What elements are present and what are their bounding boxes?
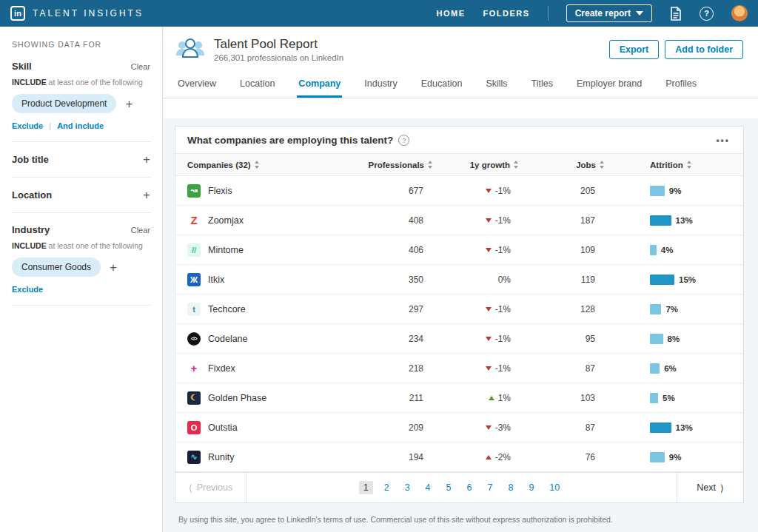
skill-add-button[interactable]: +: [125, 98, 133, 110]
company-name[interactable]: Fixdex: [208, 363, 235, 374]
table-row[interactable]: tTechcore297-1%1287%: [175, 294, 743, 324]
legal-text: By using this site, you agree to LinkedI…: [178, 515, 758, 524]
arrow-up-icon: [486, 455, 492, 459]
industry-clear-link[interactable]: Clear: [131, 226, 150, 235]
company-cell: ЖItkix: [175, 273, 351, 286]
company-name[interactable]: Mintome: [208, 245, 244, 255]
sidebar-divider: [12, 177, 150, 178]
export-button[interactable]: Export: [609, 40, 660, 59]
company-name[interactable]: Golden Phase: [208, 393, 266, 403]
tab-profiles[interactable]: Profiles: [664, 74, 698, 98]
table-row[interactable]: ЖItkix3500%11915%: [175, 265, 743, 294]
table-row[interactable]: </>Codelane234-1%958%: [175, 324, 743, 354]
page-2[interactable]: 2: [380, 481, 394, 494]
page-6[interactable]: 6: [463, 481, 477, 494]
industry-exclude-link[interactable]: Exclude: [12, 285, 43, 294]
skill-clear-link[interactable]: Clear: [131, 62, 150, 71]
attrition-value: 4%: [661, 246, 674, 255]
page-5[interactable]: 5: [442, 481, 456, 494]
skill-and-include-link[interactable]: And include: [57, 121, 104, 130]
company-name[interactable]: Flexis: [208, 186, 232, 196]
help-icon[interactable]: ?: [700, 7, 714, 21]
page-10[interactable]: 10: [545, 481, 564, 494]
attrition-cell: 13%: [610, 215, 743, 226]
linkedin-logo-icon[interactable]: in: [10, 6, 25, 21]
tab-skills[interactable]: Skills: [484, 74, 509, 98]
column-header-companies[interactable]: Companies (32): [175, 161, 351, 169]
sort-icon: [428, 161, 432, 169]
skill-exclude-link[interactable]: Exclude: [12, 121, 43, 130]
company-name[interactable]: Codelane: [208, 334, 248, 344]
attrition-value: 13%: [676, 423, 693, 432]
jobs-value: 87: [529, 363, 610, 374]
table-row[interactable]: //Mintome406-1%1094%: [175, 235, 743, 265]
skill-pill-product-development[interactable]: Product Development: [12, 94, 116, 113]
attrition-cell: 4%: [610, 245, 743, 255]
job-title-add-button[interactable]: +: [143, 153, 150, 166]
sort-icon: [514, 161, 518, 169]
next-label: Next: [697, 482, 716, 493]
jobs-value: 119: [529, 275, 610, 285]
growth-cell: -1%: [440, 186, 529, 196]
column-header-jobs[interactable]: Jobs: [529, 161, 610, 169]
company-name[interactable]: Itkix: [208, 275, 224, 285]
table-row[interactable]: +Fixdex218-1%876%: [175, 354, 743, 383]
page-4[interactable]: 4: [421, 481, 435, 494]
table-row[interactable]: OOutstia209-3%8713%: [175, 413, 743, 442]
attrition-cell: 6%: [610, 363, 743, 374]
info-help-icon[interactable]: ?: [398, 135, 409, 146]
attrition-value: 13%: [676, 216, 693, 225]
add-to-folder-button[interactable]: Add to folder: [665, 40, 743, 59]
user-avatar[interactable]: [731, 5, 748, 21]
reports-document-icon[interactable]: [670, 7, 682, 21]
create-report-button[interactable]: Create report: [566, 4, 652, 22]
company-cell: ∿Runity: [175, 451, 351, 464]
nav-folders-link[interactable]: FOLDERS: [483, 9, 530, 18]
page-9[interactable]: 9: [524, 481, 538, 494]
page-7[interactable]: 7: [483, 481, 497, 494]
company-name[interactable]: Outstia: [208, 422, 238, 433]
growth-value: -1%: [495, 245, 511, 255]
tab-industry[interactable]: Industry: [363, 74, 398, 98]
industry-pill-consumer-goods[interactable]: Consumer Goods: [12, 257, 101, 277]
company-cell: tTechcore: [175, 303, 351, 316]
table-row[interactable]: ZZoomjax408-1%18713%: [175, 206, 743, 235]
column-header-professionals[interactable]: Professionals: [351, 161, 440, 169]
tab-education[interactable]: Education: [420, 74, 464, 98]
attrition-cell: 13%: [610, 422, 743, 433]
tab-titles[interactable]: Titles: [530, 74, 554, 98]
growth-value: -1%: [495, 186, 511, 196]
professionals-value: 194: [351, 452, 440, 462]
tab-location[interactable]: Location: [238, 74, 276, 98]
column-header-attrition[interactable]: Attrition: [610, 161, 743, 169]
growth-value: -1%: [495, 304, 511, 314]
table-row[interactable]: ∿Runity194-2%769%: [175, 442, 743, 472]
brand-title: TALENT INSIGHTS: [33, 8, 144, 18]
arrow-up-icon: [489, 396, 494, 400]
company-name[interactable]: Zoomjax: [208, 215, 244, 226]
card-question-title: What companies are employing this talent…: [187, 135, 393, 146]
include-rest: at least one of the following: [47, 78, 143, 87]
company-name[interactable]: Runity: [208, 452, 234, 462]
column-header-1y-growth[interactable]: 1y growth: [440, 161, 529, 169]
sidebar-divider: [12, 141, 150, 142]
next-page-button[interactable]: Next ⟩: [677, 473, 743, 502]
sort-icon: [255, 161, 259, 169]
location-add-button[interactable]: +: [143, 189, 150, 201]
tab-overview[interactable]: Overview: [176, 74, 218, 98]
page-3[interactable]: 3: [400, 481, 415, 494]
table-row[interactable]: ☾Golden Phase2111%1035%: [175, 383, 743, 413]
nav-divider: [548, 6, 549, 21]
industry-add-button[interactable]: +: [110, 261, 117, 274]
table-row[interactable]: ↝Flexis677-1%2059%: [175, 176, 743, 206]
previous-page-button[interactable]: ⟨ Previous: [175, 473, 246, 502]
page-8[interactable]: 8: [503, 481, 517, 494]
page-1[interactable]: 1: [359, 481, 373, 494]
nav-home-link[interactable]: HOME: [437, 9, 466, 18]
tab-employer-brand[interactable]: Employer brand: [575, 74, 643, 98]
tab-company[interactable]: Company: [297, 74, 342, 98]
chevron-down-icon: [636, 11, 643, 16]
company-name[interactable]: Techcore: [208, 304, 246, 314]
card-menu-icon[interactable]: •••: [716, 135, 730, 146]
growth-cell: -2%: [440, 452, 529, 462]
